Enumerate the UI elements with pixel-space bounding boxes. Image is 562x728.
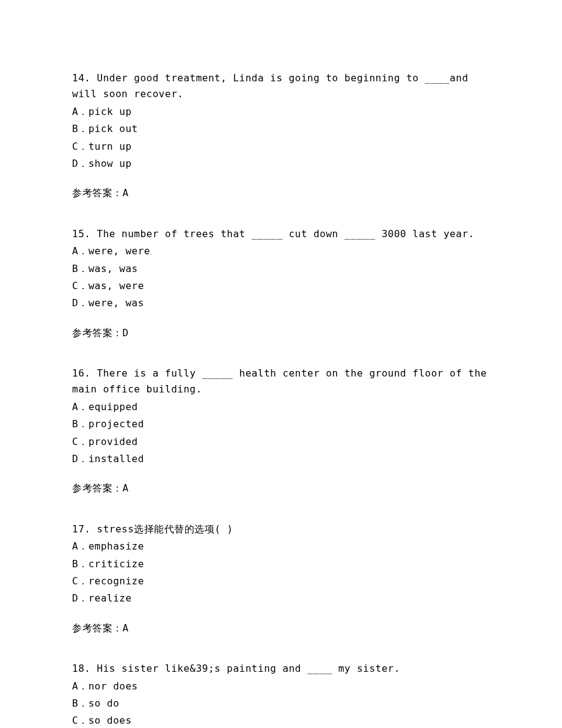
- option-d: D．show up: [72, 156, 490, 172]
- question-14: 14. Under good treatment, Linda is going…: [72, 70, 490, 202]
- question-body: There is a fully _____ health center on …: [72, 367, 487, 395]
- answer-value: A: [123, 187, 129, 199]
- question-body: stress选择能代替的选项( ): [97, 523, 233, 535]
- question-number: 14.: [72, 72, 90, 84]
- question-number: 17.: [72, 523, 90, 535]
- option-a: A．equipped: [72, 399, 490, 415]
- answer-line: 参考答案：A: [72, 620, 490, 636]
- option-a: A．were, were: [72, 243, 490, 259]
- option-b: B．so do: [72, 696, 490, 711]
- question-text: 15. The number of trees that _____ cut d…: [72, 226, 490, 242]
- question-number: 15.: [72, 228, 90, 240]
- question-16: 16. There is a fully _____ health center…: [72, 366, 490, 497]
- option-b: B．pick out: [72, 121, 490, 137]
- option-d: D．were, was: [72, 295, 490, 311]
- answer-value: A: [123, 622, 129, 634]
- option-d: D．installed: [72, 451, 490, 467]
- question-15: 15. The number of trees that _____ cut d…: [72, 226, 490, 341]
- question-text: 18. His sister like&39;s painting and __…: [72, 661, 490, 677]
- question-17: 17. stress选择能代替的选项( ) A．emphasize B．crit…: [72, 521, 490, 636]
- question-text: 17. stress选择能代替的选项( ): [72, 521, 490, 537]
- answer-value: D: [123, 327, 129, 339]
- option-d: D．realize: [72, 590, 490, 606]
- option-c: C．provided: [72, 434, 490, 450]
- answer-label: 参考答案：: [72, 327, 123, 339]
- option-c: C．recognize: [72, 573, 490, 589]
- option-b: B．projected: [72, 416, 490, 432]
- option-a: A．nor does: [72, 678, 490, 694]
- option-b: B．was, was: [72, 261, 490, 277]
- answer-line: 参考答案：D: [72, 325, 490, 341]
- option-c: C．was, were: [72, 278, 490, 294]
- answer-label: 参考答案：: [72, 482, 123, 494]
- answer-line: 参考答案：A: [72, 480, 490, 496]
- option-a: A．emphasize: [72, 539, 490, 554]
- answer-line: 参考答案：A: [72, 185, 490, 201]
- option-c: C．so does: [72, 713, 490, 728]
- question-18: 18. His sister like&39;s painting and __…: [72, 661, 490, 728]
- question-text: 14. Under good treatment, Linda is going…: [72, 70, 490, 103]
- question-text: 16. There is a fully _____ health center…: [72, 366, 490, 398]
- answer-label: 参考答案：: [72, 187, 123, 199]
- option-a: A．pick up: [72, 104, 490, 120]
- answer-value: A: [123, 482, 129, 494]
- option-b: B．criticize: [72, 556, 490, 572]
- question-body: The number of trees that _____ cut down …: [97, 228, 475, 240]
- question-number: 16.: [72, 367, 90, 379]
- question-body: His sister like&39;s painting and ____ m…: [97, 663, 401, 674]
- question-body: Under good treatment, Linda is going to …: [72, 72, 469, 100]
- option-c: C．turn up: [72, 139, 490, 155]
- answer-label: 参考答案：: [72, 622, 123, 634]
- question-number: 18.: [72, 663, 90, 674]
